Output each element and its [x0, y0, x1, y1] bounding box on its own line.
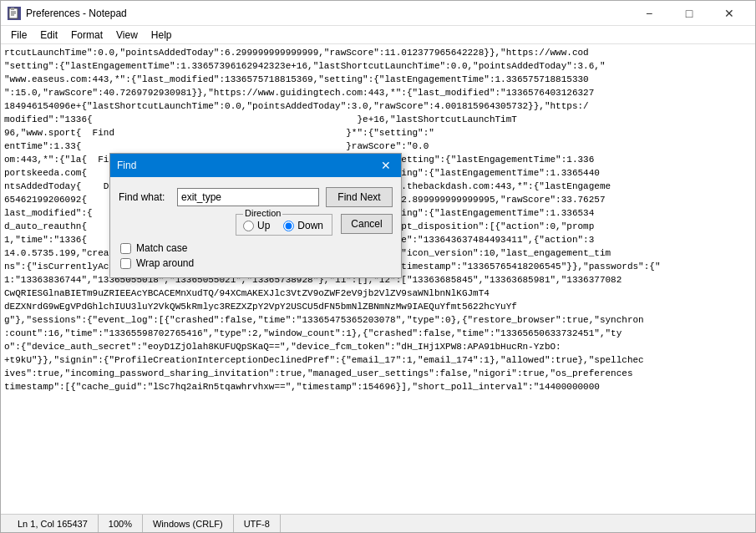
- menu-help[interactable]: Help: [145, 28, 179, 43]
- down-radio-label[interactable]: Down: [283, 220, 323, 231]
- wrap-around-checkbox[interactable]: [120, 258, 131, 269]
- minimize-button[interactable]: −: [630, 1, 668, 26]
- text-wrapper: rtcutLaunchTime":0.0,"pointsAddedToday":…: [1, 44, 755, 514]
- down-radio[interactable]: [283, 221, 294, 231]
- find-what-label: Find what:: [119, 191, 177, 203]
- find-dialog: Find ✕ Find what: Find Next Direction: [109, 153, 402, 278]
- dialog-title-bar: Find ✕: [110, 154, 401, 177]
- main-window: Preferences - Notepad − □ ✕ File Edit Fo…: [0, 0, 756, 533]
- maximize-button[interactable]: □: [670, 1, 708, 26]
- menu-format[interactable]: Format: [64, 28, 109, 43]
- up-radio-label[interactable]: Up: [243, 220, 270, 231]
- svg-rect-1: [11, 8, 14, 10]
- cursor-position: Ln 1, Col 165437: [8, 515, 99, 532]
- menu-view[interactable]: View: [109, 28, 145, 43]
- dialog-close-button[interactable]: ✕: [378, 157, 394, 174]
- content-area: rtcutLaunchTime":0.0,"pointsAddedToday":…: [1, 44, 755, 514]
- text-content[interactable]: rtcutLaunchTime":0.0,"pointsAddedToday":…: [1, 44, 755, 514]
- line-endings: Windows (CRLF): [143, 515, 234, 532]
- menu-edit[interactable]: Edit: [33, 28, 64, 43]
- match-case-checkbox[interactable]: [120, 243, 131, 254]
- match-case-row: Match case: [120, 242, 393, 254]
- direction-group: Direction Up Down: [236, 214, 332, 236]
- dialog-body: Find what: Find Next Direction Up: [110, 177, 401, 277]
- cancel-button[interactable]: Cancel: [341, 214, 393, 234]
- direction-cancel-row: Direction Up Down: [177, 214, 393, 239]
- zoom-level: 100%: [99, 515, 143, 532]
- find-next-button[interactable]: Find Next: [326, 187, 393, 207]
- notepad-icon: [8, 7, 21, 20]
- menu-bar: File Edit Format View Help: [1, 26, 755, 44]
- direction-legend: Direction: [243, 208, 282, 218]
- status-bar: Ln 1, Col 165437 100% Windows (CRLF) UTF…: [1, 514, 755, 532]
- match-case-label: Match case: [136, 242, 187, 254]
- find-what-row: Find what: Find Next: [119, 187, 393, 207]
- up-label: Up: [257, 220, 270, 231]
- dialog-title: Find: [117, 160, 136, 171]
- wrap-around-label: Wrap around: [136, 257, 194, 269]
- title-bar-controls: − □ ✕: [630, 1, 748, 26]
- find-what-input[interactable]: [177, 188, 319, 206]
- radio-row: Up Down: [243, 220, 323, 231]
- menu-file[interactable]: File: [4, 28, 33, 43]
- title-bar: Preferences - Notepad − □ ✕: [1, 1, 755, 26]
- window-title: Preferences - Notepad: [26, 8, 127, 19]
- close-button[interactable]: ✕: [710, 1, 748, 26]
- up-radio[interactable]: [243, 221, 254, 231]
- down-label: Down: [297, 220, 323, 231]
- wrap-around-row: Wrap around: [120, 257, 393, 269]
- encoding: UTF-8: [234, 515, 281, 532]
- title-bar-left: Preferences - Notepad: [8, 7, 127, 20]
